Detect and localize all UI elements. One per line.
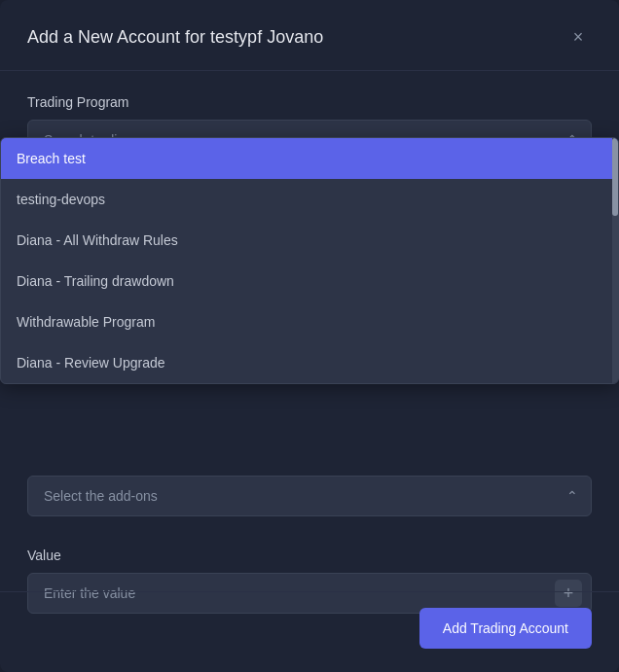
trading-program-label: Trading Program [27,94,592,110]
modal-title: Add a New Account for testypf Jovano [27,27,323,48]
modal: Add a New Account for testypf Jovano × T… [0,0,619,672]
value-label: Value [27,548,592,563]
trading-program-dropdown: Breach test testing-devops Diana - All W… [0,137,619,384]
dropdown-item-diana-withdraw[interactable]: Diana - All Withdraw Rules [1,220,618,261]
addons-input[interactable] [27,476,592,516]
dropdown-item-diana-trailing[interactable]: Diana - Trailing drawdown [1,261,618,301]
dropdown-item-testing-devops[interactable]: testing-devops [1,179,618,220]
close-button[interactable]: × [564,23,592,51]
dropdown-item-breach-test[interactable]: Breach test [1,138,618,179]
dropdown-item-diana-review[interactable]: Diana - Review Upgrade [1,342,618,383]
addons-input-wrapper: ⌃ [27,476,592,516]
dropdown-scrollbar-thumb [612,138,618,216]
modal-header: Add a New Account for testypf Jovano × [0,0,619,71]
modal-body: Trading Program ⌃ Breach test testing-de… [0,71,619,672]
dropdown-scrollbar [612,138,618,383]
add-trading-account-button[interactable]: Add Trading Account [419,608,592,649]
dropdown-item-withdrawable[interactable]: Withdrawable Program [1,301,618,342]
modal-footer: Add Trading Account [0,591,619,672]
addons-section: ⌃ [27,476,592,516]
